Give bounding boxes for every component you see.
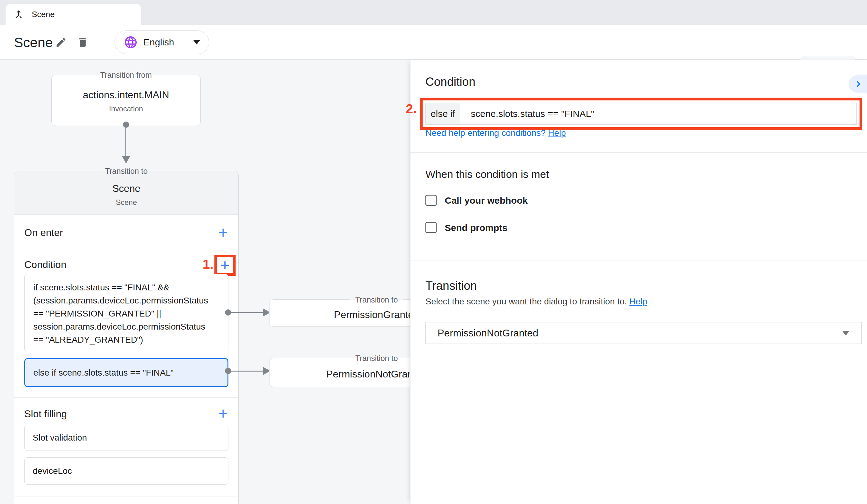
- edit-scene-button[interactable]: [53, 34, 69, 51]
- dropdown-caret-icon: [842, 331, 849, 336]
- connector-line: [231, 371, 263, 372]
- call-webhook-label: Call your webhook: [445, 195, 528, 206]
- collapse-panel-button[interactable]: [849, 75, 867, 93]
- language-label: English: [143, 37, 188, 47]
- slot-filling-label: Slot filling: [24, 408, 67, 420]
- on-enter-label: On enter: [24, 227, 63, 239]
- slot-item[interactable]: Slot validation: [24, 425, 228, 451]
- condition-item[interactable]: if scene.slots.status == "FINAL" && (ses…: [24, 274, 228, 352]
- chevron-right-icon: [852, 78, 865, 90]
- slot-item[interactable]: deviceLoc: [24, 457, 228, 485]
- add-slot-button[interactable]: +: [213, 404, 233, 424]
- add-on-enter-button[interactable]: +: [213, 223, 233, 242]
- connector-line: [231, 312, 263, 313]
- annotation-2: 2.: [387, 101, 417, 116]
- condition-section-label: Condition: [24, 259, 66, 271]
- scene-type: Scene: [14, 198, 238, 207]
- language-selector[interactable]: English: [115, 31, 209, 54]
- connector-dot: [225, 368, 231, 374]
- divider: [410, 261, 867, 261]
- transition-heading: Transition: [425, 279, 477, 293]
- intent-type: Invocation: [52, 105, 201, 113]
- chevron-down-icon: [193, 40, 200, 44]
- condition-keyword-select[interactable]: else if: [425, 103, 460, 125]
- merge-type-icon: [13, 9, 24, 20]
- globe-icon: [124, 35, 138, 50]
- condition-editor-panel: Condition else if scene.slots.status == …: [410, 60, 867, 504]
- transition-description: Select the scene you want the dialog to …: [425, 297, 647, 307]
- scene-card-header: Scene Scene: [14, 171, 238, 215]
- divider: [14, 245, 238, 245]
- conditions-help-line: Need help entering conditions? Help: [425, 128, 566, 138]
- trash-icon: [77, 36, 89, 48]
- scene-card-legend: Transition to: [100, 166, 153, 176]
- intent-name: actions.intent.MAIN: [52, 89, 201, 101]
- condition-row: else if scene.slots.status == "FINAL": [425, 103, 857, 125]
- checkbox-call-webhook[interactable]: [425, 195, 437, 206]
- scene-dropdown[interactable]: PermissionNotGranted: [425, 322, 862, 344]
- transition-help-link[interactable]: Help: [629, 297, 647, 306]
- tab-label: Scene: [32, 10, 55, 19]
- divider: [14, 496, 238, 497]
- transition-description-text: Select the scene you want the dialog to …: [425, 297, 629, 306]
- delete-scene-button[interactable]: [75, 34, 91, 51]
- node-transition-from[interactable]: Transition from actions.intent.MAIN Invo…: [51, 75, 201, 126]
- annotation-box-1: [214, 255, 236, 276]
- conditions-help-link[interactable]: Help: [548, 128, 566, 138]
- when-met-heading: When this condition is met: [425, 168, 549, 180]
- divider: [410, 152, 867, 153]
- node-legend: Transition from: [95, 70, 157, 80]
- condition-expression-input[interactable]: scene.slots.status == "FINAL": [460, 103, 857, 125]
- page-title: Scene: [14, 35, 53, 51]
- checkbox-send-prompts[interactable]: [425, 222, 437, 233]
- node-legend: Transition to: [350, 353, 403, 363]
- scene-dropdown-value: PermissionNotGranted: [438, 327, 842, 339]
- send-prompts-label: Send prompts: [445, 223, 507, 233]
- divider: [14, 397, 238, 398]
- connector-line: [126, 125, 126, 156]
- scene-card: Transition to Scene Scene On enter + Con…: [14, 171, 239, 504]
- header: Scene English Cancel Save: [0, 25, 867, 60]
- condition-item-selected[interactable]: else if scene.slots.status == "FINAL": [24, 358, 228, 387]
- pencil-icon: [55, 36, 67, 48]
- annotation-1: 1.: [189, 257, 214, 272]
- condition-heading: Condition: [425, 75, 475, 89]
- node-legend: Transition to: [350, 295, 403, 305]
- tab-strip: Scene: [0, 0, 867, 25]
- tab-scene[interactable]: Scene: [6, 4, 141, 25]
- help-prompt: Need help entering conditions?: [425, 128, 548, 138]
- arrow-down-icon: [122, 156, 130, 164]
- connector-dot: [225, 309, 231, 316]
